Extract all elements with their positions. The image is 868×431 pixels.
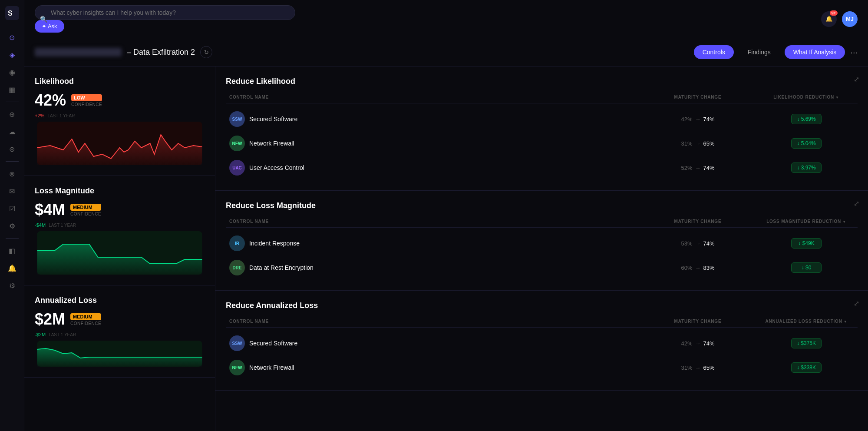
- control-badge-ssw-ann: SSW: [229, 335, 245, 351]
- tab-findings[interactable]: Findings: [739, 45, 779, 59]
- sidebar-item-bell[interactable]: 🔔: [4, 260, 20, 276]
- sidebar-item-settings-bot[interactable]: ⚙: [4, 278, 20, 293]
- sidebar-divider-3: [6, 238, 19, 239]
- control-cell-dre: DRE Data at Rest Encryption: [229, 260, 637, 275]
- sidebar-item-people[interactable]: ⊕: [4, 106, 20, 122]
- ask-button[interactable]: ✦ Ask: [35, 20, 64, 33]
- maturity-cell-nfw: 31% → 65%: [637, 140, 759, 147]
- header-tabs: Controls Findings What If Analysis ···: [694, 45, 858, 59]
- likelihood-value-row: 42% LOW CONFIDENCE: [35, 91, 205, 109]
- annualized-loss-change: -$2M LAST 1 YEAR: [35, 332, 205, 337]
- annualized-loss-title: Annualized Loss: [35, 296, 205, 305]
- reduce-likelihood-panel: Reduce Likelihood ⤢ CONTROL NAME MATURIT…: [215, 66, 868, 191]
- control-name-ssw-ann: Secured Software: [249, 340, 297, 347]
- search-input[interactable]: [35, 5, 295, 20]
- notification-badge: 9+: [830, 10, 838, 16]
- loss-col-control: CONTROL NAME: [229, 219, 637, 224]
- refresh-button[interactable]: ↻: [200, 46, 212, 58]
- sidebar-item-eye[interactable]: ◉: [4, 64, 20, 80]
- likelihood-value: 42%: [35, 91, 66, 109]
- sidebar-item-message[interactable]: ✉: [4, 183, 20, 199]
- control-badge-uac: UAC: [229, 160, 245, 176]
- reduction-cell-uac: ↓ 3.97%: [759, 162, 854, 173]
- control-cell-nfw-ann: NFW Network Firewall: [229, 360, 637, 375]
- control-name-ir: Incident Response: [249, 240, 300, 247]
- sidebar-item-dashboard[interactable]: ◈: [4, 47, 20, 63]
- control-cell-nfw: NFW Network Firewall: [229, 136, 637, 151]
- sidebar-item-home[interactable]: ⊙: [4, 30, 20, 45]
- avatar[interactable]: MJ: [842, 11, 858, 27]
- maturity-cell-ssw-ann: 42% → 74%: [637, 340, 759, 347]
- page-title-suffix: – Data Exfiltration 2: [127, 48, 195, 57]
- sidebar-item-cloud[interactable]: ☁: [4, 124, 20, 139]
- loss-magnitude-value-row: $4M MEDIUM CONFIDENCE: [35, 201, 205, 219]
- likelihood-confidence-level: LOW: [71, 94, 102, 101]
- loss-magnitude-table-header: CONTROL NAME MATURITY CHANGE LOSS MAGNIT…: [226, 219, 858, 228]
- control-cell-ssw-ann: SSW Secured Software: [229, 335, 637, 351]
- likelihood-confidence-label: CONFIDENCE: [71, 102, 102, 107]
- loss-col-reduction[interactable]: LOSS MAGNITUDE REDUCTION: [759, 219, 854, 224]
- sidebar-item-shield[interactable]: ⊗: [4, 166, 20, 182]
- control-cell-ir: IR Incident Response: [229, 235, 637, 251]
- expand-likelihood-button[interactable]: ⤢: [854, 75, 859, 83]
- reduction-cell-nfw-ann: ↓ $338K: [759, 362, 854, 373]
- loss-magnitude-badge: MEDIUM CONFIDENCE: [70, 204, 101, 216]
- maturity-cell-uac: 52% → 74%: [637, 165, 759, 171]
- control-badge-dre: DRE: [229, 260, 245, 275]
- sidebar-item-chart[interactable]: ▦: [4, 82, 20, 97]
- reduction-badge-uac: ↓ 3.97%: [791, 162, 822, 173]
- likelihood-table-header: CONTROL NAME MATURITY CHANGE LIKELIHOOD …: [226, 95, 858, 103]
- sidebar-item-node[interactable]: ⊛: [4, 141, 20, 157]
- loss-magnitude-title: Loss Magnitude: [35, 186, 205, 196]
- ann-col-reduction[interactable]: ANNUALIZED LOSS REDUCTION: [759, 319, 854, 324]
- sidebar-item-save[interactable]: ◧: [4, 243, 20, 259]
- control-badge-ir: IR: [229, 235, 245, 251]
- control-badge-nfw: NFW: [229, 136, 245, 151]
- reduction-cell-dre: ↓ $0: [759, 262, 854, 273]
- likelihood-panel: Likelihood 42% LOW CONFIDENCE +2% LAST 1…: [24, 66, 215, 176]
- reduction-badge-nfw-ann: ↓ $338K: [791, 362, 822, 373]
- reduce-annualized-loss-title: Reduce Annualized Loss: [226, 301, 858, 310]
- control-name-nfw: Network Firewall: [249, 140, 294, 147]
- loss-magnitude-confidence-level: MEDIUM: [70, 204, 101, 211]
- page-title-blurred: [35, 48, 122, 56]
- more-options-button[interactable]: ···: [850, 47, 858, 57]
- likelihood-chart: [35, 122, 205, 165]
- table-row: DRE Data at Rest Encryption 60% → 83% ↓ …: [226, 255, 858, 280]
- search-bar: 🔍 ✦ Ask: [35, 5, 295, 33]
- control-name-nfw-ann: Network Firewall: [249, 364, 294, 371]
- maturity-cell-ir: 53% → 74%: [637, 240, 759, 247]
- likelihood-change: +2% LAST 1 YEAR: [35, 113, 205, 118]
- control-name-ssw: Secured Software: [249, 116, 297, 123]
- control-badge-nfw-ann: NFW: [229, 360, 245, 375]
- maturity-cell-dre: 60% → 83%: [637, 265, 759, 271]
- sidebar-divider-1: [6, 102, 19, 102]
- top-navigation: 🔍 ✦ Ask 🔔 9+ MJ: [24, 0, 868, 38]
- annualized-loss-panel: Annualized Loss $2M MEDIUM CONFIDENCE -$…: [24, 285, 215, 378]
- sidebar-item-task[interactable]: ☑: [4, 201, 20, 216]
- notifications-button[interactable]: 🔔 9+: [821, 11, 837, 27]
- topnav-right: 🔔 9+ MJ: [821, 11, 858, 27]
- loss-magnitude-change: -$4M LAST 1 YEAR: [35, 222, 205, 228]
- tab-whatif[interactable]: What If Analysis: [785, 45, 845, 59]
- table-row: NFW Network Firewall 31% → 65% ↓ 5.04%: [226, 131, 858, 156]
- table-row: NFW Network Firewall 31% → 65% ↓ $338K: [226, 355, 858, 380]
- content-area: Likelihood 42% LOW CONFIDENCE +2% LAST 1…: [24, 66, 868, 431]
- annualized-loss-chart: [35, 341, 205, 367]
- reduce-loss-magnitude-title: Reduce Loss Magnitude: [226, 201, 858, 210]
- reduction-badge-dre: ↓ $0: [791, 262, 822, 273]
- likelihood-col-reduction[interactable]: LIKELIHOOD REDUCTION: [759, 95, 854, 99]
- expand-loss-magnitude-button[interactable]: ⤢: [854, 199, 859, 208]
- reduction-cell-ssw: ↓ 5.69%: [759, 114, 854, 124]
- tab-controls[interactable]: Controls: [694, 45, 734, 59]
- annualized-loss-confidence-label: CONFIDENCE: [70, 321, 101, 326]
- annualized-table-header: CONTROL NAME MATURITY CHANGE ANNUALIZED …: [226, 319, 858, 328]
- reduction-badge-ssw: ↓ 5.69%: [791, 114, 822, 124]
- expand-annualized-loss-button[interactable]: ⤢: [854, 299, 859, 308]
- table-row: SSW Secured Software 42% → 74% ↓ $375K: [226, 331, 858, 355]
- reduce-annualized-loss-panel: Reduce Annualized Loss ⤢ CONTROL NAME MA…: [215, 291, 868, 391]
- table-row: UAC User Access Control 52% → 74% ↓ 3.97…: [226, 156, 858, 180]
- sidebar-item-settings-top[interactable]: ⚙: [4, 218, 20, 234]
- ann-col-maturity: MATURITY CHANGE: [637, 319, 759, 324]
- reduction-badge-nfw: ↓ 5.04%: [791, 138, 822, 149]
